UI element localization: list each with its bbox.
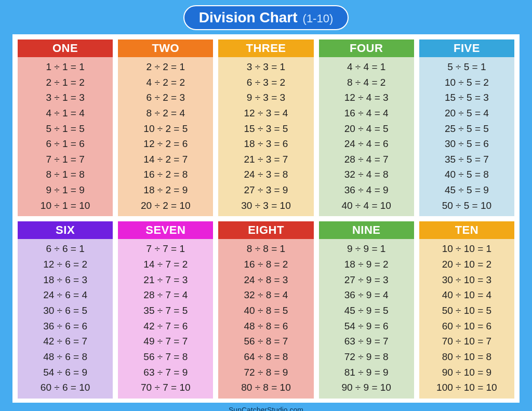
equation-row: 54 ÷ 6 = 9 xyxy=(43,366,87,379)
equation-row: 32 ÷ 8 = 4 xyxy=(244,288,288,302)
equation-row: 16 ÷ 8 = 2 xyxy=(244,258,288,271)
equation-row: 72 ÷ 9 = 8 xyxy=(344,350,389,364)
equation-row: 30 ÷ 6 = 5 xyxy=(43,304,87,317)
equation-row: 30 ÷ 5 = 6 xyxy=(445,137,489,151)
column-header: THREE xyxy=(218,39,313,57)
equation-row: 50 ÷ 5 = 10 xyxy=(442,199,491,213)
equation-row: 27 ÷ 9 = 3 xyxy=(344,273,389,287)
equation-row: 100 ÷ 10 = 10 xyxy=(436,381,497,394)
column-header: SIX xyxy=(18,221,113,239)
equation-row: 10 ÷ 10 = 1 xyxy=(442,242,491,256)
equation-row: 15 ÷ 3 = 5 xyxy=(244,122,288,136)
equation-row: 20 ÷ 2 = 10 xyxy=(141,199,190,213)
equation-row: 8 ÷ 2 = 4 xyxy=(147,107,185,120)
equation-row: 63 ÷ 9 = 7 xyxy=(344,335,389,348)
division-column: TWO2 ÷ 2 = 14 ÷ 2 = 26 ÷ 2 = 38 ÷ 2 = 41… xyxy=(118,39,213,216)
equation-row: 60 ÷ 10 = 6 xyxy=(442,320,491,333)
equation-row: 18 ÷ 6 = 3 xyxy=(43,273,87,287)
column-header: ONE xyxy=(18,39,113,57)
equation-row: 90 ÷ 9 = 10 xyxy=(341,381,391,394)
equation-row: 16 ÷ 2 = 8 xyxy=(143,168,188,181)
column-body: 2 ÷ 2 = 14 ÷ 2 = 26 ÷ 2 = 38 ÷ 2 = 410 ÷… xyxy=(118,57,213,216)
equation-row: 28 ÷ 4 = 7 xyxy=(344,153,389,166)
division-column: TEN10 ÷ 10 = 120 ÷ 10 = 230 ÷ 10 = 340 ÷… xyxy=(419,221,514,398)
equation-row: 12 ÷ 4 = 3 xyxy=(344,91,389,104)
equation-row: 30 ÷ 10 = 3 xyxy=(442,273,491,287)
equation-row: 10 ÷ 5 = 2 xyxy=(445,76,489,89)
equation-row: 42 ÷ 6 = 7 xyxy=(43,335,87,348)
column-header: TWO xyxy=(118,39,213,57)
equation-row: 8 ÷ 4 = 2 xyxy=(347,76,385,89)
equation-row: 90 ÷ 10 = 9 xyxy=(442,366,491,379)
equation-row: 45 ÷ 5 = 9 xyxy=(445,183,489,197)
equation-row: 40 ÷ 8 = 5 xyxy=(244,304,288,317)
equation-row: 10 ÷ 1 = 10 xyxy=(41,199,90,213)
equation-row: 7 ÷ 7 = 1 xyxy=(147,242,185,256)
equation-row: 16 ÷ 4 = 4 xyxy=(344,107,389,120)
equation-row: 24 ÷ 4 = 6 xyxy=(344,137,389,151)
equation-row: 56 ÷ 7 = 8 xyxy=(143,350,188,364)
column-body: 6 ÷ 6 = 112 ÷ 6 = 218 ÷ 6 = 324 ÷ 6 = 43… xyxy=(18,239,113,398)
equation-row: 10 ÷ 2 = 5 xyxy=(143,122,188,136)
equation-row: 3 ÷ 3 = 1 xyxy=(247,60,285,74)
division-chart-board: ONE1 ÷ 1 = 12 ÷ 1 = 23 ÷ 1 = 34 ÷ 1 = 45… xyxy=(12,34,520,403)
column-body: 9 ÷ 9 = 118 ÷ 9 = 227 ÷ 9 = 336 ÷ 9 = 44… xyxy=(319,239,414,398)
equation-row: 2 ÷ 2 = 1 xyxy=(147,60,185,74)
equation-row: 40 ÷ 4 = 10 xyxy=(341,199,391,213)
equation-row: 14 ÷ 7 = 2 xyxy=(143,258,188,271)
equation-row: 80 ÷ 10 = 8 xyxy=(442,350,491,364)
column-header: TEN xyxy=(419,221,514,239)
equation-row: 4 ÷ 2 = 2 xyxy=(147,76,185,89)
page-title: Division Chart xyxy=(199,9,298,26)
equation-row: 12 ÷ 6 = 2 xyxy=(43,258,87,271)
equation-row: 7 ÷ 1 = 7 xyxy=(46,153,84,166)
equation-row: 12 ÷ 3 = 4 xyxy=(244,107,288,120)
equation-row: 36 ÷ 6 = 6 xyxy=(43,320,87,333)
division-column: FOUR4 ÷ 4 = 18 ÷ 4 = 212 ÷ 4 = 316 ÷ 4 =… xyxy=(319,39,414,216)
equation-row: 80 ÷ 8 = 10 xyxy=(241,381,290,394)
division-column: FIVE5 ÷ 5 = 110 ÷ 5 = 215 ÷ 5 = 320 ÷ 5 … xyxy=(419,39,514,216)
footer-credit: SunCatcherStudio.com xyxy=(229,406,303,411)
equation-row: 2 ÷ 1 = 2 xyxy=(46,76,84,89)
equation-row: 63 ÷ 7 = 9 xyxy=(143,366,188,379)
equation-row: 32 ÷ 4 = 8 xyxy=(344,168,389,181)
equation-row: 49 ÷ 7 = 7 xyxy=(143,335,188,348)
equation-row: 12 ÷ 2 = 6 xyxy=(143,137,188,151)
division-column: THREE3 ÷ 3 = 16 ÷ 3 = 29 ÷ 3 = 312 ÷ 3 =… xyxy=(218,39,313,216)
equation-row: 1 ÷ 1 = 1 xyxy=(46,60,84,74)
equation-row: 24 ÷ 8 = 3 xyxy=(244,273,288,287)
equation-row: 24 ÷ 6 = 4 xyxy=(43,288,87,302)
equation-row: 14 ÷ 2 = 7 xyxy=(143,153,188,166)
equation-row: 40 ÷ 10 = 4 xyxy=(442,288,491,302)
equation-row: 81 ÷ 9 = 9 xyxy=(344,366,389,379)
equation-row: 4 ÷ 4 = 1 xyxy=(347,60,385,74)
equation-row: 30 ÷ 3 = 10 xyxy=(241,199,290,213)
equation-row: 9 ÷ 9 = 1 xyxy=(347,242,385,256)
page-title-sub: (1-10) xyxy=(303,12,334,25)
equation-row: 35 ÷ 7 = 5 xyxy=(143,304,188,317)
equation-row: 6 ÷ 3 = 2 xyxy=(247,76,285,89)
equation-row: 6 ÷ 2 = 3 xyxy=(147,91,185,104)
equation-row: 21 ÷ 3 = 7 xyxy=(244,153,288,166)
equation-row: 40 ÷ 5 = 8 xyxy=(445,168,489,181)
equation-row: 5 ÷ 1 = 5 xyxy=(46,122,84,136)
column-body: 8 ÷ 8 = 116 ÷ 8 = 224 ÷ 8 = 332 ÷ 8 = 44… xyxy=(218,239,313,398)
equation-row: 64 ÷ 8 = 8 xyxy=(244,350,288,364)
column-header: SEVEN xyxy=(118,221,213,239)
equation-row: 4 ÷ 1 = 4 xyxy=(46,107,84,120)
equation-row: 36 ÷ 9 = 4 xyxy=(344,288,389,302)
column-header: FIVE xyxy=(419,39,514,57)
equation-row: 36 ÷ 4 = 9 xyxy=(344,183,389,197)
equation-row: 45 ÷ 9 = 5 xyxy=(344,304,389,317)
equation-row: 9 ÷ 1 = 9 xyxy=(46,183,84,197)
column-body: 1 ÷ 1 = 12 ÷ 1 = 23 ÷ 1 = 34 ÷ 1 = 45 ÷ … xyxy=(18,57,113,216)
column-header: EIGHT xyxy=(218,221,313,239)
equation-row: 50 ÷ 10 = 5 xyxy=(442,304,491,317)
equation-row: 28 ÷ 7 = 4 xyxy=(143,288,188,302)
division-column: SIX6 ÷ 6 = 112 ÷ 6 = 218 ÷ 6 = 324 ÷ 6 =… xyxy=(18,221,113,398)
equation-row: 8 ÷ 8 = 1 xyxy=(247,242,285,256)
equation-row: 18 ÷ 9 = 2 xyxy=(344,258,389,271)
equation-row: 60 ÷ 6 = 10 xyxy=(41,381,90,394)
equation-row: 70 ÷ 7 = 10 xyxy=(141,381,190,394)
equation-row: 20 ÷ 10 = 2 xyxy=(442,258,491,271)
